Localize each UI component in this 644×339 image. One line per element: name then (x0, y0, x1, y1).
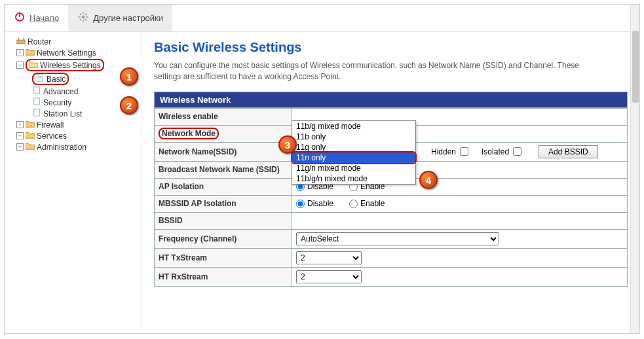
row-mbssid-isolation: MBSSID AP Isolation Disable Enable (155, 195, 628, 212)
tree-admin-label: Administration (37, 143, 86, 152)
expand-icon[interactable]: + (16, 49, 24, 56)
mbssid-iso-enable-radio[interactable] (349, 200, 358, 208)
tab-home-label: Начало (29, 13, 59, 23)
folder-icon (26, 142, 35, 152)
mbssid-iso-disable-radio[interactable] (296, 200, 305, 208)
svg-line-9 (80, 19, 81, 20)
net-mode-option[interactable]: 11b/g mixed mode (292, 121, 415, 132)
label-frequency: Frequency (Channel) (155, 229, 292, 248)
page-icon (32, 86, 41, 96)
folder-icon (26, 131, 35, 141)
mbssid-iso-disable[interactable]: Disable (296, 199, 333, 208)
tree-firewall[interactable]: + Firewall (7, 119, 139, 130)
expand-icon[interactable]: + (16, 143, 24, 151)
callout-2: 2 (120, 96, 138, 115)
tree-services-label: Services (37, 132, 67, 141)
expand-icon[interactable]: + (16, 132, 24, 139)
hidden-label: Hidden (431, 147, 456, 156)
tree-wireless-settings[interactable]: − Wireless Settings (7, 58, 139, 72)
add-bssid-button[interactable]: Add BSSID (539, 145, 598, 158)
tree-advanced[interactable]: Advanced (7, 86, 139, 97)
callout-3: 3 (278, 135, 297, 154)
label-ht-txstream: HT TxStream (155, 248, 292, 267)
callout-4: 4 (419, 171, 438, 189)
net-mode-option[interactable]: 11b only (292, 132, 415, 142)
row-ht-txstream: HT TxStream 2 (155, 248, 628, 267)
net-mode-option[interactable]: 11g only (292, 142, 415, 152)
callout-1: 1 (120, 67, 138, 86)
label-wireless-enable: Wireless enable (155, 108, 292, 125)
tree-root[interactable]: Router (7, 36, 139, 47)
row-ht-rxstream: HT RxStream 2 (155, 267, 628, 286)
folder-open-icon (29, 60, 38, 70)
tree-station-label: Station List (43, 109, 82, 118)
tree-security[interactable]: Security (7, 97, 139, 108)
tree-administration[interactable]: + Administration (7, 141, 139, 152)
tree-security-label: Security (43, 98, 71, 107)
tree-network-label: Network Settings (37, 48, 96, 58)
net-mode-option-selected[interactable]: 11n only (292, 152, 415, 163)
folder-icon (26, 48, 35, 58)
svg-rect-11 (17, 40, 25, 43)
network-mode-dropdown[interactable]: 11b/g mixed mode 11b only 11g only 11n o… (292, 120, 416, 185)
page-title: Basic Wireless Settings (154, 40, 628, 55)
ht-rxstream-select[interactable]: 2 (296, 270, 362, 283)
label-ssid: Network Name(SSID) (155, 142, 292, 161)
cell-bssid (292, 212, 628, 229)
svg-rect-19 (34, 109, 40, 116)
tree-station-list[interactable]: Station List (7, 108, 139, 119)
svg-line-8 (85, 19, 86, 20)
ht-txstream-select[interactable]: 2 (296, 251, 362, 264)
row-frequency: Frequency (Channel) AutoSelect (155, 229, 628, 248)
label-broadcast: Broadcast Network Name (SSID) (155, 161, 292, 178)
expand-icon[interactable]: + (16, 121, 24, 128)
row-bssid: BSSID (155, 212, 628, 229)
svg-rect-18 (34, 98, 40, 105)
isolated-label: Isolated (482, 147, 509, 156)
net-mode-option[interactable]: 11b/g/n mixed mode (292, 173, 415, 184)
svg-line-7 (80, 14, 81, 15)
mbssid-iso-enable[interactable]: Enable (349, 199, 385, 208)
hidden-checkbox[interactable] (460, 147, 468, 156)
tree-root-label: Router (28, 37, 51, 46)
svg-line-10 (85, 14, 86, 15)
frequency-select[interactable]: AutoSelect (296, 232, 499, 245)
tree-basic[interactable]: Basic (7, 72, 139, 86)
svg-point-2 (82, 16, 85, 19)
net-mode-option[interactable]: 11g/n mixed mode (292, 163, 415, 173)
label-ap-isolation: AP Isolation (155, 178, 292, 195)
tree-network-settings[interactable]: + Network Settings (7, 47, 139, 58)
label-ht-rxstream: HT RxStream (155, 267, 292, 286)
tab-other-label: Другие настройки (93, 13, 163, 23)
collapse-icon[interactable]: − (16, 62, 24, 69)
tab-other-settings[interactable]: Другие настройки (68, 5, 172, 31)
isolated-checkbox[interactable] (513, 147, 521, 156)
tree-firewall-label: Firewall (37, 120, 64, 130)
tree-wireless-label: Wireless Settings (40, 61, 101, 70)
top-tabs: Начало Другие настройки (5, 5, 639, 32)
page-icon (35, 74, 45, 84)
tree-basic-label: Basic (47, 75, 66, 84)
panel-header: Wireless Network (154, 92, 628, 108)
page-description: You can configure the most basic setting… (154, 60, 606, 82)
tab-home[interactable]: Начало (5, 5, 68, 31)
page-icon (32, 98, 41, 107)
tree-advanced-label: Advanced (43, 87, 78, 96)
router-icon (16, 37, 26, 46)
label-network-mode: Network Mode (155, 125, 292, 142)
power-icon (14, 11, 26, 25)
gear-icon (77, 11, 89, 25)
folder-icon (26, 120, 35, 130)
label-mbssid-isolation: MBSSID AP Isolation (155, 195, 292, 212)
label-bssid: BSSID (155, 212, 292, 229)
svg-rect-17 (34, 87, 40, 94)
page-icon (32, 109, 41, 118)
tree-services[interactable]: + Services (7, 130, 139, 141)
